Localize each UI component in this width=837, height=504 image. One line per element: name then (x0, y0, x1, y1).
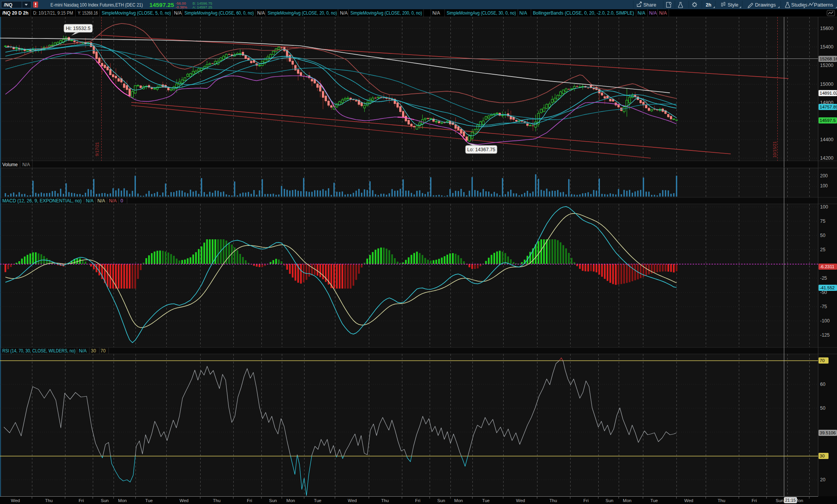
svg-text:9/17/21: 9/17/21 (95, 142, 99, 156)
svg-text:14891.02: 14891.02 (820, 91, 837, 95)
svg-text:Lo: 14367.75: Lo: 14367.75 (467, 147, 496, 152)
svg-text:Drawings: Drawings (755, 2, 776, 8)
svg-text:Tue: Tue (314, 498, 321, 503)
svg-text:BollingerBands (CLOSE, 0, 20,: BollingerBands (CLOSE, 0, 20, -2.0, 2.0,… (533, 10, 634, 16)
svg-text:Patterns: Patterns (814, 2, 833, 8)
svg-text:-41.552: -41.552 (820, 285, 835, 290)
svg-text:-125: -125 (820, 332, 830, 338)
svg-text:Mon: Mon (454, 498, 463, 503)
svg-text:Share: Share (643, 2, 656, 8)
svg-text:100: 100 (820, 204, 828, 210)
svg-text:N/A: N/A (174, 10, 182, 16)
svg-text:Thu: Thu (549, 498, 557, 503)
svg-text:Mon: Mon (118, 498, 127, 503)
svg-text:15268.16: 15268.16 (820, 57, 837, 61)
svg-text:Hi: 15532.5: Hi: 15532.5 (66, 26, 90, 31)
svg-text:N/A: N/A (519, 10, 527, 16)
svg-text:Sun: Sun (606, 498, 613, 503)
svg-text:Tue: Tue (650, 498, 658, 503)
svg-text:Fri: Fri (247, 498, 252, 503)
svg-text:-0.38%: -0.38% (176, 5, 187, 9)
svg-text:N/A: N/A (86, 198, 94, 204)
svg-text:N/A: N/A (257, 10, 265, 16)
svg-text:N/A: N/A (97, 198, 105, 204)
svg-text:0: 0 (121, 198, 123, 204)
svg-text:2h: 2h (706, 2, 711, 8)
svg-text:Sun: Sun (101, 498, 109, 503)
svg-text:Y: 15268.16: Y: 15268.16 (78, 10, 98, 16)
svg-text:Sun: Sun (437, 498, 445, 503)
svg-text:20: 20 (820, 477, 825, 482)
svg-text:200: 200 (820, 173, 828, 179)
svg-text:50: 50 (820, 233, 825, 238)
svg-text:N/A: N/A (22, 162, 30, 167)
svg-text:A: 14597.25: A: 14597.25 (193, 5, 212, 9)
svg-text:14200: 14200 (820, 155, 834, 161)
svg-text:14597.5: 14597.5 (820, 118, 836, 123)
svg-text:/NQ: /NQ (4, 2, 13, 8)
svg-text:SimpleMovingAvg (CLOSE, 20, 0,: SimpleMovingAvg (CLOSE, 20, 0, no) (268, 10, 337, 16)
svg-text:-25: -25 (820, 275, 827, 281)
svg-text:Volume: Volume (2, 162, 18, 167)
svg-text:14757.89: 14757.89 (820, 105, 837, 109)
svg-text:100: 100 (820, 183, 828, 189)
svg-text:Wed: Wed (11, 498, 20, 503)
svg-text:Style: Style (728, 2, 738, 8)
svg-text:E-mini Nasdaq 100 Index Future: E-mini Nasdaq 100 Index Futures,ETH (DEC… (50, 2, 143, 8)
svg-text:21:15: 21:15 (785, 498, 796, 502)
svg-text:60: 60 (820, 382, 825, 387)
svg-text:SimpleMovingAvg (CLOSE, 30, 0,: SimpleMovingAvg (CLOSE, 30, 0, no) (447, 10, 516, 16)
svg-text:15400: 15400 (820, 44, 834, 50)
svg-text:70: 70 (820, 358, 825, 363)
svg-text:-100: -100 (820, 318, 830, 324)
svg-text:N/A: N/A (432, 10, 440, 16)
svg-text:-75: -75 (820, 304, 827, 309)
svg-text:Wed: Wed (179, 498, 188, 503)
svg-text:RSI (14, 70, 30, CLOSE, WILDER: RSI (14, 70, 30, CLOSE, WILDERS, no) (2, 348, 75, 354)
svg-text:N/A: N/A (79, 348, 87, 354)
svg-text:N/A: N/A (649, 10, 657, 16)
svg-text:N/A: N/A (659, 10, 667, 16)
svg-text:/NQ 20 D 2h: /NQ 20 D 2h (2, 10, 28, 16)
svg-text:N/A: N/A (638, 10, 645, 16)
svg-text:15000: 15000 (820, 82, 834, 87)
svg-text:Mon: Mon (623, 498, 631, 503)
svg-text:D: 10/17/21, 9:15 PM: D: 10/17/21, 9:15 PM (33, 10, 73, 16)
svg-text:Thu: Thu (381, 498, 389, 503)
svg-text:50: 50 (820, 406, 825, 411)
svg-text:Sun: Sun (776, 498, 783, 503)
svg-text:Fri: Fri (79, 498, 84, 503)
svg-text:Thu: Thu (213, 498, 221, 503)
svg-text:SimpleMovingAvg (CLOSE, 5, 0,: SimpleMovingAvg (CLOSE, 5, 0, no) (102, 10, 171, 16)
svg-text:39.5106: 39.5106 (820, 431, 836, 435)
svg-text:N/A: N/A (340, 10, 348, 16)
svg-text:14400: 14400 (820, 137, 834, 142)
svg-text:Wed: Wed (348, 498, 357, 503)
svg-text:14597.25: 14597.25 (149, 2, 174, 8)
svg-text:10/15/21: 10/15/21 (772, 141, 777, 158)
svg-text:SimpleMovingAvg (CLOSE, 200, 0: SimpleMovingAvg (CLOSE, 200, 0, no) (350, 10, 422, 16)
svg-text:SimpleMovingAvg (CLOSE, 60, 0,: SimpleMovingAvg (CLOSE, 60, 0, no) (184, 10, 254, 16)
svg-text:Wed: Wed (516, 498, 525, 503)
svg-text:-6.2311: -6.2311 (820, 264, 834, 269)
svg-text:Wed: Wed (684, 498, 693, 503)
svg-text:Fri: Fri (583, 498, 588, 503)
svg-text:15200: 15200 (820, 63, 834, 68)
svg-text:Fri: Fri (752, 498, 757, 503)
svg-text:15600: 15600 (820, 26, 834, 31)
svg-text:Tue: Tue (482, 498, 489, 503)
svg-text:30: 30 (91, 348, 96, 354)
svg-text:Thu: Thu (718, 498, 725, 503)
svg-text:N/A: N/A (109, 198, 117, 204)
svg-text:30: 30 (820, 454, 825, 458)
svg-text:MACD (12, 26, 9, EXPONENTIAL,: MACD (12, 26, 9, EXPONENTIAL, no) (2, 198, 82, 204)
svg-text:Thu: Thu (45, 498, 53, 503)
svg-text:Tue: Tue (145, 498, 152, 503)
svg-text:Mon: Mon (286, 498, 295, 503)
svg-text:Sun: Sun (269, 498, 277, 503)
svg-text:75: 75 (820, 219, 825, 224)
svg-text:25: 25 (820, 247, 825, 252)
svg-text:Fri: Fri (415, 498, 420, 503)
svg-text:70: 70 (100, 348, 106, 354)
